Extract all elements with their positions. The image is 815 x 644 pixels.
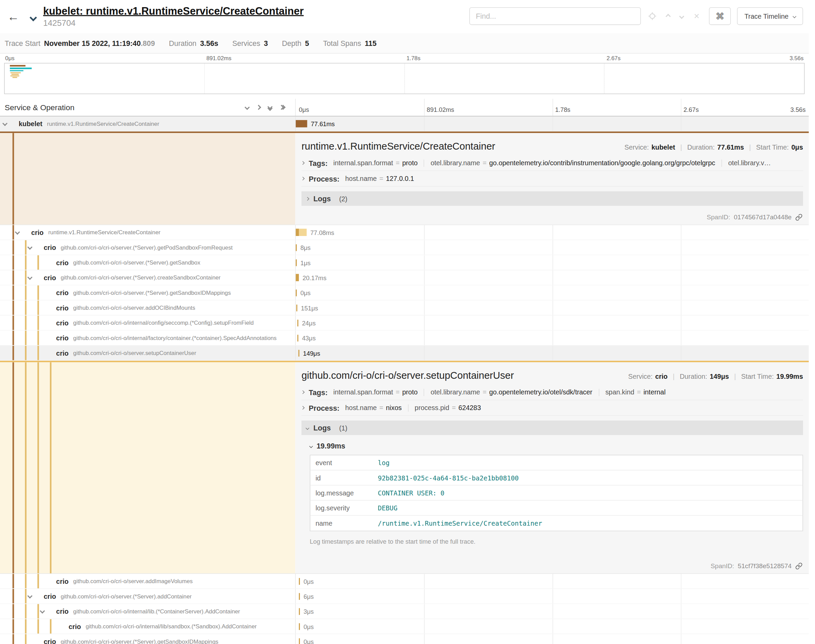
span-row[interactable]: criogithub.com/cri-o/cri-o/server.(*Serv… (0, 285, 809, 300)
tags-accordion[interactable]: Tags: internal.span.format=proto otel.li… (302, 155, 803, 171)
indent-guide (37, 619, 39, 634)
tag-separator (424, 389, 425, 396)
span-duration-bar (296, 274, 299, 281)
span-row-timeline[interactable]: 77.08ms (295, 225, 809, 240)
span-service-name: crio (43, 592, 56, 600)
span-row-timeline[interactable]: 1μs (295, 255, 809, 270)
span-duration-label: 0μs (303, 623, 314, 630)
trace-view-selector-button[interactable]: Trace Timeline (737, 7, 803, 25)
span-row[interactable]: criogithub.com/cri-o/cri-o/server.(*Serv… (0, 255, 809, 270)
indent-guide (12, 240, 14, 255)
span-row[interactable]: kubeletruntime.v1.RuntimeService/CreateC… (0, 116, 809, 131)
span-row[interactable]: criogithub.com/cri-o/cri-o/server.(*Serv… (0, 589, 809, 604)
process-item: process.pid=624283 (415, 404, 481, 412)
tags-accordion[interactable]: Tags: internal.span.format=proto otel.li… (302, 385, 803, 400)
chevron-down-icon[interactable] (27, 593, 32, 598)
span-row[interactable]: criogithub.com/cri-o/cri-o/server.addIma… (0, 574, 809, 589)
indent-guide (12, 255, 14, 270)
collapse-one-icon[interactable] (245, 105, 250, 110)
span-row-timeline[interactable]: 8μs (295, 240, 809, 255)
span-row-timeline[interactable]: 20.17ms (295, 270, 809, 285)
span-row-timeline[interactable]: 151μs (295, 301, 809, 315)
chevron-down-icon[interactable] (2, 121, 8, 126)
collapse-header-chevron-icon[interactable] (29, 14, 37, 21)
minimap-ticks: 0μs 891.02ms 1.78s 2.67s 3.56s (4, 55, 804, 63)
span-operation-name: github.com/cri-o/cri-o/internal/factory/… (73, 334, 276, 341)
locate-span-icon[interactable] (648, 12, 657, 20)
chevron-down-icon[interactable] (15, 230, 20, 235)
span-row[interactable]: criogithub.com/cri-o/cri-o/server.(*Serv… (0, 270, 809, 285)
span-row[interactable]: criogithub.com/cri-o/cri-o/internal/lib.… (0, 604, 809, 619)
span-row-timeline[interactable]: 0μs (295, 285, 809, 300)
span-row-left: criogithub.com/cri-o/cri-o/internal/lib/… (0, 619, 295, 634)
chevron-down-icon[interactable] (27, 244, 32, 250)
span-row-timeline[interactable]: 149μs (295, 346, 809, 360)
prev-result-chevron-icon[interactable] (666, 14, 671, 19)
minimap-span-bar (10, 67, 32, 69)
log-entry-toggle[interactable]: 19.99ms (310, 442, 803, 450)
span-name-wrapper: criogithub.com/cri-o/cri-o/server.(*Serv… (43, 270, 220, 285)
log-field-row: event log (310, 455, 803, 470)
span-operation-name: github.com/cri-o/cri-o/server.setupConta… (73, 350, 196, 356)
logs-accordion[interactable]: Logs (2) (302, 192, 803, 206)
link-icon[interactable] (795, 213, 803, 221)
log-field-value: DEBUG (378, 504, 397, 512)
span-row-timeline[interactable]: 77.61ms (295, 116, 809, 131)
span-row[interactable]: crioruntime.v1.RuntimeService/CreateCont… (0, 225, 809, 240)
process-accordion[interactable]: Process: host.name=127.0.0.1 (302, 171, 803, 187)
trace-title-link[interactable]: kubelet: runtime.v1.RuntimeService/Creat… (43, 5, 303, 17)
process-accordion[interactable]: Process: host.name=nixos process.pid=624… (302, 400, 803, 416)
chevron-down-icon[interactable] (27, 275, 32, 280)
span-operation-name: github.com/cri-o/cri-o/server.(*Server).… (61, 593, 192, 599)
span-row[interactable]: criogithub.com/cri-o/cri-o/internal/lib/… (0, 619, 809, 634)
tag-separator (599, 389, 599, 396)
span-row-timeline[interactable]: 0μs (295, 619, 809, 634)
next-result-chevron-icon[interactable] (679, 14, 685, 19)
span-row-timeline[interactable]: 3μs (295, 604, 809, 618)
ruler-tick: 1.78s (555, 106, 570, 113)
span-operation-name: github.com/cri-o/cri-o/server.(*Server).… (61, 244, 233, 250)
span-row-timeline[interactable]: 24μs (295, 316, 809, 330)
span-row-timeline[interactable]: 43μs (295, 331, 809, 345)
minimap-canvas[interactable] (4, 63, 804, 94)
meta-separator: | (734, 373, 736, 380)
span-row-timeline[interactable]: 0μs (295, 574, 809, 589)
collapse-all-icon[interactable] (268, 105, 272, 110)
indent-guide (37, 574, 39, 589)
span-row-timeline[interactable]: 0μs (295, 634, 809, 644)
back-arrow-icon[interactable]: ← (7, 9, 19, 23)
log-field-key: event (310, 459, 378, 466)
span-row[interactable]: criogithub.com/cri-o/cri-o/server.(*Serv… (0, 634, 809, 644)
span-row[interactable]: criogithub.com/cri-o/cri-o/internal/conf… (0, 316, 809, 331)
expand-all-icon[interactable] (279, 106, 285, 109)
minimap-tick: 1.78s (406, 55, 420, 61)
log-field-value: log (378, 459, 390, 466)
span-service-name: crio (56, 304, 68, 312)
depth-item: Depth 5 (282, 39, 309, 47)
span-duration-label: 0μs (303, 638, 314, 644)
span-service-name: kubelet (19, 120, 43, 127)
span-service-name: crio (56, 259, 68, 267)
chevron-down-icon[interactable] (40, 608, 45, 613)
trace-start-fraction: .809 (141, 39, 155, 47)
expand-one-icon[interactable] (256, 105, 261, 110)
clear-search-icon[interactable]: ✕ (694, 12, 700, 20)
logs-accordion[interactable]: Logs (1) (302, 421, 803, 435)
span-row[interactable]: criogithub.com/cri-o/cri-o/internal/fact… (0, 331, 809, 345)
find-input[interactable] (470, 7, 641, 25)
log-note: Log timestamps are relative to the start… (310, 538, 803, 545)
indent-guide (25, 255, 26, 270)
keyboard-shortcuts-button[interactable]: ⌘ (709, 7, 731, 25)
span-row-timeline[interactable]: 6μs (295, 589, 809, 604)
span-duration-label: 0μs (300, 289, 311, 296)
link-icon[interactable] (795, 563, 803, 570)
span-row[interactable]: criogithub.com/cri-o/cri-o/server.(*Serv… (0, 240, 809, 255)
span-row[interactable]: criogithub.com/cri-o/cri-o/server.addOCI… (0, 301, 809, 316)
span-row[interactable]: criogithub.com/cri-o/cri-o/server.setupC… (0, 346, 809, 361)
indent-guide (12, 619, 14, 634)
process-separator (408, 404, 409, 411)
minimap-tick: 3.56s (789, 55, 803, 61)
span-row-left: kubeletruntime.v1.RuntimeService/CreateC… (0, 116, 295, 131)
span-row-left: criogithub.com/cri-o/cri-o/server.addIma… (0, 574, 295, 589)
indent-guide (25, 619, 26, 634)
